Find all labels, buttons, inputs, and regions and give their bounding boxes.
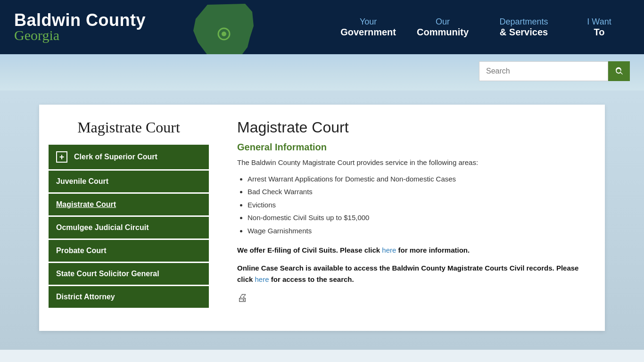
nav-departments-services[interactable]: Departments & Services [479,12,569,42]
intro-text: The Baldwin County Magistrate Court prov… [237,157,586,168]
service-item-3: Evictions [248,200,586,211]
site-subtitle: Georgia [14,27,146,43]
sidebar: Magistrate Court + Clerk of Superior Cou… [39,105,218,331]
nav-our-community[interactable]: Our Community [406,12,479,42]
service-item-5: Wage Garnishments [248,226,586,237]
sidebar-item-state-court-solicitor-general[interactable]: State Court Solicitor General [49,263,209,285]
section-heading: General Information [237,142,586,153]
sidebar-label-probate-court: Probate Court [56,247,107,255]
nav-departments-top: Departments [489,17,558,27]
nav-our-community-bottom: Community [417,27,469,38]
sidebar-item-magistrate-court[interactable]: Magistrate Court [49,194,209,215]
efiling-link[interactable]: here [382,246,396,254]
sidebar-title: Magistrate Court [49,119,209,136]
service-item-4: Non-domestic Civil Suits up to $15,000 [248,213,586,223]
print-button[interactable]: 🖨 [237,292,586,304]
search-icon [614,66,624,76]
search-input[interactable] [479,61,608,81]
sidebar-link-clerk-superior-court[interactable]: + Clerk of Superior Court [49,145,209,169]
sidebar-item-juvenile-court[interactable]: Juvenile Court [49,171,209,192]
content-card: Magistrate Court + Clerk of Superior Cou… [39,105,605,331]
sidebar-label-state-court-solicitor-general: State Court Solicitor General [56,270,159,278]
page-title: Magistrate Court [237,119,586,136]
services-list: Arrest Warrant Applications for Domestic… [248,174,586,237]
site-title: Baldwin County [14,11,146,30]
main-content: Magistrate Court General Information The… [218,105,605,331]
nav-your-government-bottom: Government [340,27,396,38]
nav-our-community-top: Our [417,17,469,27]
sidebar-link-juvenile-court[interactable]: Juvenile Court [49,171,209,192]
main-nav: Your Government Our Community Department… [330,12,630,42]
nav-departments-bottom: & Services [489,27,558,38]
sidebar-link-ocmulgee-judicial-circuit[interactable]: Ocmulgee Judicial Circuit [49,217,209,239]
site-header: Baldwin County Georgia Your Government O… [0,0,644,54]
svg-point-1 [222,32,226,36]
sidebar-item-ocmulgee-judicial-circuit[interactable]: Ocmulgee Judicial Circuit [49,217,209,239]
sidebar-label-magistrate-court: Magistrate Court [56,200,116,209]
sidebar-menu: + Clerk of Superior Court Juvenile Court… [49,145,209,308]
sidebar-item-clerk-superior-court[interactable]: + Clerk of Superior Court [49,145,209,169]
nav-your-government-top: Your [340,17,396,27]
online-case-paragraph: Online Case Search is available to acces… [237,263,586,285]
georgia-map [179,0,273,54]
sidebar-item-district-attorney[interactable]: District Attorney [49,286,209,308]
nav-i-want-top: I Want [579,17,619,27]
main-wrapper: Magistrate Court + Clerk of Superior Cou… [0,90,644,350]
online-case-link[interactable]: here [255,275,269,283]
search-button[interactable] [608,61,630,81]
search-bar-area [0,54,644,90]
service-item-1: Arrest Warrant Applications for Domestic… [248,174,586,185]
sidebar-label-district-attorney: District Attorney [56,293,115,301]
service-item-2: Bad Check Warrants [248,187,586,197]
expand-icon: + [56,151,67,163]
sidebar-label-ocmulgee-judicial-circuit: Ocmulgee Judicial Circuit [56,223,149,232]
sidebar-link-district-attorney[interactable]: District Attorney [49,286,209,308]
search-container [479,61,630,81]
nav-i-want-bottom: To [579,27,619,38]
efiling-paragraph: We offer E-filing of Civil Suits. Please… [237,245,586,256]
logo[interactable]: Baldwin County Georgia [14,11,146,44]
sidebar-link-state-court-solicitor-general[interactable]: State Court Solicitor General [49,263,209,285]
sidebar-link-probate-court[interactable]: Probate Court [49,240,209,262]
nav-i-want-to[interactable]: I Want To [569,12,630,42]
sidebar-label-juvenile-court: Juvenile Court [56,177,108,186]
sidebar-label-clerk-superior-court: Clerk of Superior Court [74,153,157,161]
nav-your-government[interactable]: Your Government [330,12,406,42]
sidebar-link-magistrate-court[interactable]: Magistrate Court [49,194,209,215]
sidebar-item-probate-court[interactable]: Probate Court [49,240,209,262]
